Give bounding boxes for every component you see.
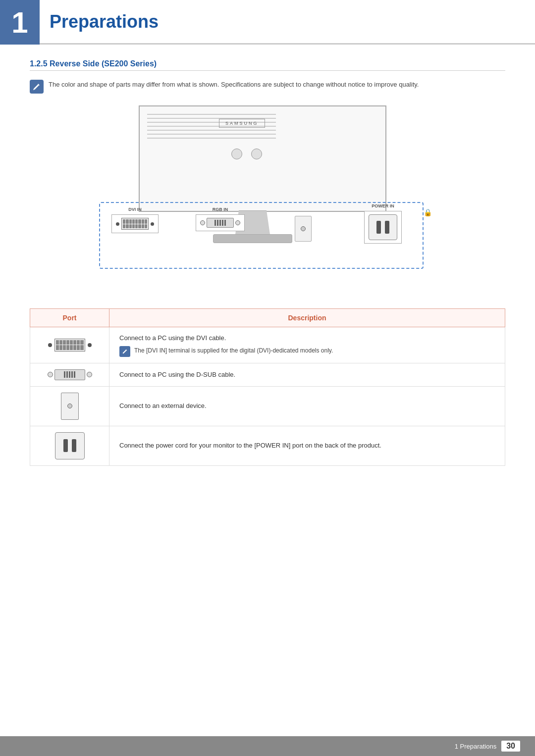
td-dvi-dot-left — [48, 343, 52, 347]
td-rgb-outer-right — [87, 372, 92, 377]
pencil-small-icon — [122, 349, 128, 354]
dvi-pin — [123, 224, 125, 229]
pencil-icon — [33, 83, 41, 91]
rgb-outer-dot-left — [200, 220, 205, 225]
rgb-pin — [214, 220, 216, 226]
td-dvi-dot-right — [88, 343, 92, 347]
power-label: POWER IN — [372, 203, 394, 208]
dvi-pin — [132, 224, 135, 229]
td-rgb-pin — [66, 371, 68, 378]
rgb-icon — [40, 369, 99, 380]
table-cell-description: Connect to a PC using the D-SUB cable. — [109, 363, 505, 386]
power-connector-box — [364, 211, 402, 244]
td-rgb-pin — [69, 371, 70, 378]
td-dvi-pin — [70, 345, 73, 350]
table-cell-port — [30, 426, 109, 465]
dvi-pin — [126, 219, 128, 224]
chapter-number-box: 1 — [0, 0, 40, 45]
dvi-pin — [142, 224, 144, 229]
headphone-hole — [301, 226, 306, 231]
dvi-pins-grid — [121, 218, 149, 230]
dvi-port-box: DVI IN — [111, 207, 159, 233]
td-dvi-pins — [54, 339, 85, 352]
table-cell-port — [30, 386, 109, 426]
table-cell-port — [30, 363, 109, 386]
monitor-line — [147, 138, 276, 139]
td-rgb-pin — [74, 371, 75, 378]
td-dvi-pin — [77, 340, 80, 345]
monitor-circle-right — [251, 149, 262, 159]
monitor-circle-left — [231, 149, 242, 159]
table-header-port: Port — [30, 309, 109, 327]
power-icon — [55, 432, 85, 459]
dvi-pin — [135, 219, 138, 224]
dvi-label: DVI IN — [128, 207, 142, 212]
dvi-pin — [129, 219, 132, 224]
rgb-connector — [200, 218, 240, 228]
dvi-pin — [138, 219, 141, 224]
table-row: Connect to a PC using the DVI cable. The… — [30, 327, 505, 363]
rgb-pin — [217, 220, 218, 226]
td-dvi-pin — [66, 340, 69, 345]
dvi-pin — [138, 224, 141, 229]
td-dvi-pin — [63, 345, 66, 350]
note-box: The color and shape of parts may differ … — [30, 80, 505, 94]
monitor-back-panel: SAMSUNG — [139, 105, 386, 212]
headphone-connector — [295, 216, 312, 242]
td-dvi-pin — [80, 340, 83, 345]
footer-page-number: 30 — [501, 741, 520, 752]
rgb-pin — [224, 220, 226, 226]
dvi-dot-left — [116, 222, 119, 226]
inline-note-text: The [DVI IN] terminal is supplied for th… — [134, 346, 333, 355]
dvi-pin — [129, 224, 132, 229]
td-dvi-pin — [59, 340, 62, 345]
rgb-label: RGB IN — [213, 207, 228, 212]
dvi-dot-right — [151, 222, 154, 226]
power-port-box: POWER IN — [364, 203, 402, 244]
td-dvi-pin — [73, 345, 76, 350]
table-cell-port — [30, 327, 109, 363]
td-rgb-pin — [64, 371, 65, 378]
diagram-container: SAMSUNG 🔒 DVI IN — [99, 105, 436, 294]
table-cell-description: Connect to an external device. — [109, 386, 505, 426]
section-heading: 1.2.5 Reverse Side (SE200 Series) — [30, 59, 505, 71]
table-row: Connect the power cord for your monitor … — [30, 426, 505, 465]
note-text: The color and shape of parts may differ … — [49, 80, 419, 90]
rgb-connector-box — [196, 214, 245, 231]
td-dvi-pin — [70, 340, 73, 345]
inline-note: The [DVI IN] terminal is supplied for th… — [119, 346, 495, 357]
dvi-pin — [126, 224, 128, 229]
lock-icon: 🔒 — [424, 208, 432, 216]
dvi-icon — [40, 339, 99, 352]
samsung-label: SAMSUNG — [219, 119, 265, 128]
monitor-line — [147, 134, 276, 135]
dvi-pin — [123, 219, 125, 224]
dvi-pin — [142, 219, 144, 224]
power-pin-left — [376, 221, 381, 234]
td-dvi-pin — [63, 340, 66, 345]
table-row: Connect to a PC using the D-SUB cable. — [30, 363, 505, 386]
table-cell-description: Connect the power cord for your monitor … — [109, 426, 505, 465]
note-icon — [30, 80, 44, 94]
td-dvi-pin — [73, 340, 76, 345]
td-rgb-body — [54, 369, 85, 380]
monitor-line — [147, 130, 276, 131]
power-connector — [369, 214, 397, 240]
footer: 1 Preparations 30 — [0, 736, 535, 756]
td-power-pin-left — [63, 439, 68, 452]
td-dvi-pin — [66, 345, 69, 350]
dvi-pin — [132, 219, 135, 224]
headphone-port-box — [295, 207, 312, 242]
header-banner: 1 Preparations — [0, 0, 535, 45]
td-dvi-pin — [80, 345, 83, 350]
dvi-pin — [145, 219, 147, 224]
rgb-pin — [219, 220, 221, 226]
ports-table: Port Description — [30, 308, 505, 466]
table-row: Connect to an external device. — [30, 386, 505, 426]
rgb-port-box: RGB IN — [196, 207, 245, 231]
chapter-number: 1 — [11, 5, 28, 40]
td-rgb-pin — [71, 371, 73, 378]
power-pin-right — [385, 221, 389, 234]
table-desc-main: Connect to a PC using the DVI cable. — [119, 333, 495, 343]
rgb-pin — [222, 220, 223, 226]
